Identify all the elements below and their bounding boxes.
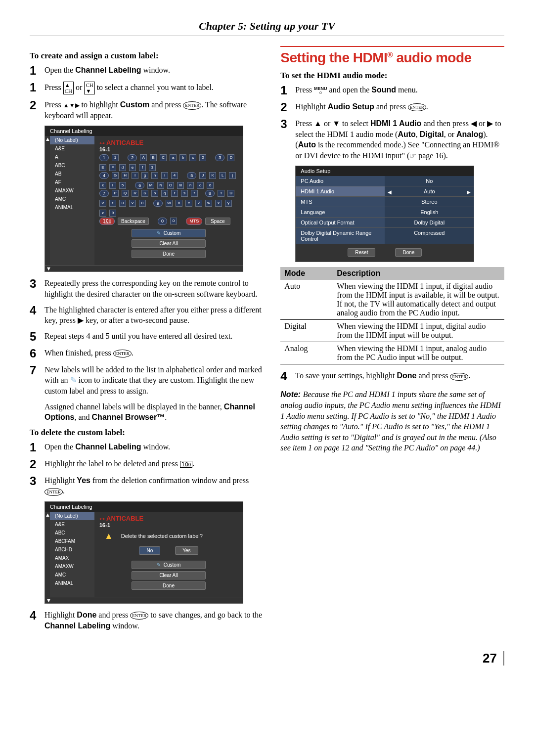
antenna-icon: ⊶ xyxy=(99,140,105,146)
osd-sidebar: (No Label) A&E ABC ABCFAM ABCHD AMAX AMA… xyxy=(50,512,94,597)
hundred-icon: 1͟0͟0 xyxy=(180,461,193,468)
step-text: Press MENU○ and open the Sound menu. xyxy=(295,85,504,95)
list-item: AF xyxy=(50,178,94,186)
done-button: Done xyxy=(132,581,206,590)
table-header: Mode xyxy=(280,267,333,280)
step-number: 2 xyxy=(30,458,41,470)
list-item: AMAXW xyxy=(50,186,94,195)
pencil-icon: ✎ xyxy=(70,376,77,384)
osd-key: Language xyxy=(296,207,385,217)
note-lead: Note: xyxy=(280,390,303,399)
key-group-icon: 7 xyxy=(99,190,109,197)
clear-all-button: Clear All xyxy=(132,571,206,579)
enter-icon: ENTER xyxy=(183,101,201,109)
osd-key: Optical Output Format xyxy=(296,218,385,227)
step-number: 3 xyxy=(280,118,291,130)
step-number: 2 xyxy=(280,101,291,113)
key-group-icon: 0 xyxy=(158,218,167,225)
dialog-text: Delete the selected custom label? xyxy=(121,533,203,539)
osd-value: Dolby Digital xyxy=(385,218,474,227)
mode-description-table: ModeDescription AutoWhen viewing the HDM… xyxy=(280,267,504,364)
step-text: New labels will be added to the list in … xyxy=(44,364,265,397)
step-number: 1 xyxy=(30,65,41,77)
steps-hdmi-cont: 4To save your settings, highlight Done a… xyxy=(280,370,504,382)
step-text: Highlight Audio Setup and press ENTER. xyxy=(295,101,504,112)
enter-icon: ENTER xyxy=(44,488,63,496)
no-button: No xyxy=(139,546,160,555)
heading-delete-label: To delete the custom label: xyxy=(30,428,265,438)
step-number: 3 xyxy=(30,475,41,487)
osd-main: ⊶ ANTICABLE 16-1 ▲ Delete the selected c… xyxy=(94,512,243,597)
list-item: A&E xyxy=(50,144,94,153)
steps-create-cont: 3Repeatedly press the corresponding key … xyxy=(30,278,265,396)
scroll-down-icon: ▼ xyxy=(45,266,51,271)
osd-key: PC Audio xyxy=(296,176,385,186)
key-group-icon: 6 xyxy=(135,182,144,189)
step-text: Open the Channel Labeling window. xyxy=(44,65,265,76)
key-group-icon: 2 xyxy=(128,154,137,161)
assigned-note: Assigned channel labels will be displaye… xyxy=(44,401,265,423)
step-text: Press ▲ or ▼ to select HDMI 1 Audio and … xyxy=(295,118,504,161)
scroll-up-icon: ▲ xyxy=(45,136,50,265)
step-number: 1 xyxy=(30,82,41,93)
two-column-layout: To create and assign a custom label: 1 O… xyxy=(30,46,504,636)
key-group-icon: 9 xyxy=(153,200,163,207)
step-number: 5 xyxy=(30,331,41,343)
space-key-icon: MTS xyxy=(186,218,202,225)
step-number: 4 xyxy=(30,305,41,316)
yes-button: Yes xyxy=(175,546,198,555)
steps-hdmi: 1Press MENU○ and open the Sound menu. 2H… xyxy=(280,85,504,161)
step-number: 1 xyxy=(30,442,41,453)
osd-value: English xyxy=(385,207,474,217)
osd-channel-name: ANTICABLE xyxy=(106,515,143,522)
key-group-icon: 8 xyxy=(205,190,215,197)
space-key: Space xyxy=(205,218,230,225)
osd-value: Compressed xyxy=(385,228,474,244)
custom-button: ✎Custom xyxy=(132,229,206,237)
table-header: Description xyxy=(333,267,504,280)
list-item: ANIMAL xyxy=(50,203,94,212)
enter-icon: ENTER xyxy=(113,350,132,357)
arrow-icons: ▲▼▶ xyxy=(63,102,80,109)
scroll-up-icon: ▲ xyxy=(45,512,50,597)
section-heading-hdmi-audio: Setting the HDMI® audio mode xyxy=(280,46,504,66)
step-text: Repeat steps 4 and 5 until you have ente… xyxy=(44,331,265,342)
osd-channel-number: 16-1 xyxy=(99,146,110,152)
table-cell: Analog xyxy=(280,342,333,364)
note-text: Note: Because the PC and HDMI 1 inputs s… xyxy=(280,389,504,453)
backspace-key: Backspace xyxy=(118,218,149,225)
osd-channel-labeling-delete: Channel Labeling ▲ (No Label) A&E ABC AB… xyxy=(44,501,243,604)
steps-delete-cont: 4Highlight Done and press ENTER to save … xyxy=(30,610,265,631)
list-item: A xyxy=(50,153,94,161)
osd-channel-labeling-keyboard: Channel Labeling ▲ (No Label) A&E A ABC … xyxy=(44,126,243,272)
osd-sidebar: (No Label) A&E A ABC AB AF AMAXW AMC ANI… xyxy=(50,136,94,265)
ch-down-icon: CH▼ xyxy=(84,82,94,94)
list-item: AMAX xyxy=(50,554,94,562)
step-text: Highlight the label to be deleted and pr… xyxy=(44,458,265,469)
pencil-icon: ✎ xyxy=(157,230,161,236)
delete-confirm-dialog: ▲ Delete the selected custom label? xyxy=(99,528,238,544)
warning-icon: ▲ xyxy=(104,531,113,541)
soft-keyboard: 11 2ABCabc2 3DEFdef3 xyxy=(99,154,238,171)
page-number: 27 xyxy=(30,651,504,666)
done-button: Done xyxy=(132,250,206,258)
clear-all-button: Clear All xyxy=(132,239,206,248)
enter-icon: ENTER xyxy=(408,103,426,111)
enter-icon: ENTER xyxy=(450,373,468,381)
osd-main: ⊶ ANTICABLE 16-1 11 2ABCabc2 3DEFdef3 4G… xyxy=(94,136,243,265)
osd-value: ◀Auto▶ xyxy=(385,186,474,196)
osd-channel-name: ANTICABLE xyxy=(106,139,143,146)
left-arrow-icon: ◀ xyxy=(388,189,392,195)
list-item: ABC xyxy=(50,529,94,537)
step-text: The highlighted character is entered aft… xyxy=(44,305,265,326)
registered-icon: ® xyxy=(387,50,393,59)
step-number: 2 xyxy=(30,99,41,111)
step-number: 1 xyxy=(280,85,291,96)
table-cell: Digital xyxy=(280,320,333,342)
list-item: AMC xyxy=(50,195,94,203)
key-group-icon: 4 xyxy=(99,172,109,179)
osd-title: Channel Labeling xyxy=(45,126,243,136)
key-group-icon: 1 xyxy=(99,154,109,161)
table-cell: When viewing the HDMI 1 input, if digita… xyxy=(333,280,504,320)
ch-up-icon: ▲CH xyxy=(63,82,74,94)
